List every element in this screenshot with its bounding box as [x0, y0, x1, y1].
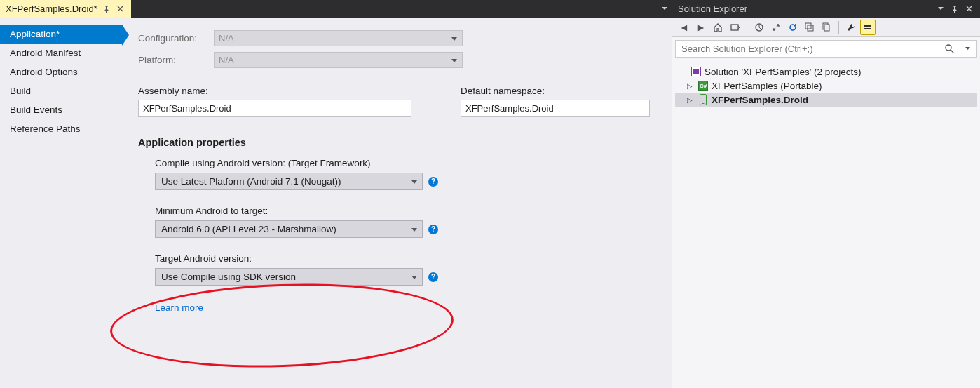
scope-icon[interactable] [727, 20, 742, 35]
tree-item-label: XFPerfSamples (Portable) [712, 81, 822, 91]
tree-item-portable[interactable]: ▷ C# XFPerfSamples (Portable) [675, 79, 977, 93]
default-namespace-input[interactable] [461, 100, 650, 117]
sync-icon[interactable] [768, 20, 784, 35]
solution-explorer-panel: Solution Explorer ◄ ► [672, 0, 980, 388]
android-project-icon [697, 94, 709, 105]
minimum-android-label: Minimum Android to target: [155, 206, 655, 216]
project-properties-sidebar: Application* Android Manifest Android Op… [0, 18, 123, 388]
search-icon[interactable] [940, 44, 958, 53]
sidebar-item-reference-paths[interactable]: Reference Paths [0, 119, 123, 138]
sidebar-item-manifest[interactable]: Android Manifest [0, 44, 123, 62]
divider [138, 74, 655, 74]
svg-rect-7 [864, 28, 871, 29]
svg-rect-5 [824, 25, 829, 31]
solution-explorer-title: Solution Explorer [678, 4, 747, 14]
configuration-select: N/A [214, 30, 463, 46]
sidebar-item-application[interactable]: Application* [0, 25, 123, 44]
learn-more-link[interactable]: Learn more [155, 302, 203, 313]
application-properties-heading: Application properties [138, 137, 655, 148]
help-icon[interactable]: ? [428, 177, 438, 187]
solution-explorer-toolbar: ◄ ► [672, 18, 980, 37]
target-android-label: Target Android version: [155, 253, 655, 264]
solution-explorer-search[interactable] [675, 40, 977, 58]
assembly-name-input[interactable] [138, 100, 411, 117]
refresh-icon[interactable] [785, 20, 801, 35]
configuration-label: Configuration: [138, 33, 214, 44]
collapse-all-icon[interactable] [802, 20, 817, 35]
svg-rect-6 [864, 25, 871, 27]
solution-root[interactable]: Solution 'XFPerfSamples' (2 projects) [675, 65, 977, 79]
svg-rect-0 [731, 25, 738, 30]
sidebar-item-build-events[interactable]: Build Events [0, 100, 123, 119]
close-icon[interactable] [963, 4, 974, 15]
tab-overflow-icon[interactable] [658, 0, 672, 18]
help-icon[interactable]: ? [428, 225, 438, 234]
sidebar-item-build[interactable]: Build [0, 81, 123, 100]
annotation-ellipse [109, 278, 455, 373]
home-icon[interactable] [710, 20, 726, 35]
target-android-select[interactable]: Use Compile using SDK version [155, 268, 423, 286]
sidebar-item-android-options[interactable]: Android Options [0, 62, 123, 81]
tree-item-droid[interactable]: ▷ XFPerfSamples.Droid [675, 93, 977, 107]
platform-select: N/A [214, 52, 463, 68]
svg-rect-3 [808, 25, 813, 31]
search-dropdown-icon[interactable] [958, 47, 976, 51]
solution-root-label: Solution 'XFPerfSamples' (2 projects) [705, 67, 862, 77]
solution-search-input[interactable] [676, 41, 940, 57]
minimum-android-select[interactable]: Android 6.0 (API Level 23 - Marshmallow) [155, 220, 423, 238]
svg-point-8 [946, 45, 951, 51]
expander-icon[interactable]: ▷ [685, 96, 695, 104]
properties-icon[interactable] [860, 20, 876, 35]
panel-menu-icon[interactable] [935, 4, 946, 15]
close-icon[interactable] [116, 4, 125, 14]
application-properties-form: Configuration: N/A Platform: N/A Assembl… [123, 18, 672, 388]
assembly-name-label: Assembly name: [138, 86, 411, 96]
nav-back-icon[interactable]: ◄ [676, 20, 692, 35]
solution-tree: Solution 'XFPerfSamples' (2 projects) ▷ … [672, 60, 980, 111]
document-tab-strip: XFPerfSamples.Droid* [0, 0, 672, 18]
show-all-files-icon[interactable] [819, 20, 834, 35]
default-namespace-label: Default namespace: [461, 86, 650, 96]
tree-item-label: XFPerfSamples.Droid [712, 95, 808, 105]
history-icon[interactable] [751, 20, 767, 35]
svg-rect-2 [805, 23, 811, 29]
expander-icon[interactable]: ▷ [685, 82, 695, 90]
nav-forward-icon[interactable]: ► [693, 20, 709, 35]
csharp-project-icon: C# [697, 80, 709, 91]
platform-label: Platform: [138, 55, 214, 65]
document-tab[interactable]: XFPerfSamples.Droid* [0, 0, 131, 18]
help-icon[interactable]: ? [428, 272, 438, 282]
pin-icon[interactable] [102, 4, 111, 14]
pin-icon[interactable] [949, 4, 960, 15]
wrench-icon[interactable] [843, 20, 859, 35]
document-tab-title: XFPerfSamples.Droid* [6, 4, 97, 14]
compile-version-select[interactable]: Use Latest Platform (Android 7.1 (Nougat… [155, 173, 423, 190]
compile-version-label: Compile using Android version: (Target F… [155, 158, 655, 168]
solution-icon [690, 66, 702, 77]
